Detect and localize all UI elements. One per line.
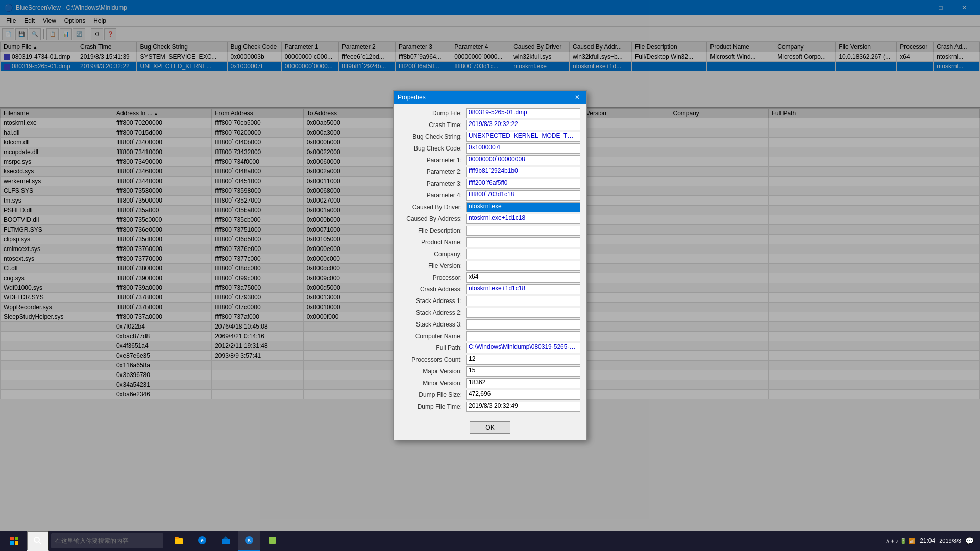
property-row: Crash Time:2019/8/3 20:32:22 [400, 120, 580, 130]
property-label: Processors Count: [400, 356, 466, 363]
svg-rect-3 [15, 541, 18, 545]
property-row: Product Name: [400, 237, 580, 247]
property-label: Bug Check Code: [400, 145, 466, 152]
property-row: Caused By Address:ntoskrnl.exe+1d1c18 [400, 214, 580, 224]
svg-rect-0 [10, 537, 14, 540]
taskbar: e B ∧ ♦ ♪ 🔋 📶 21:04 2019/8/3 💬 [0, 531, 980, 551]
property-row: Dump File Time:2019/8/3 20:32:49 [400, 402, 580, 412]
taskbar-time: 21:04 [920, 537, 935, 544]
property-label: Parameter 1: [400, 157, 466, 164]
property-value[interactable]: 15 [466, 366, 580, 377]
search-button[interactable] [27, 531, 49, 551]
property-value[interactable]: x64 [466, 272, 580, 283]
property-value[interactable]: 2019/8/3 20:32:22 [466, 120, 580, 130]
property-row: Company: [400, 249, 580, 259]
property-label: Stack Address 3: [400, 321, 466, 328]
taskbar-tray-icons: ∧ ♦ ♪ 🔋 📶 [886, 538, 916, 544]
property-row: File Description: [400, 226, 580, 236]
property-row: Caused By Driver:ntoskrnl.exe [400, 202, 580, 212]
property-row: File Version: [400, 261, 580, 271]
property-label: Parameter 3: [400, 180, 466, 187]
property-value[interactable]: ntoskrnl.exe+1d1c18 [466, 214, 580, 224]
property-row: Stack Address 3: [400, 319, 580, 330]
svg-line-5 [39, 542, 41, 544]
svg-marker-11 [223, 536, 228, 539]
property-row: Full Path:C:\Windows\Minidump\080319-526… [400, 343, 580, 353]
property-value[interactable]: ntoskrnl.exe+1d1c18 [466, 284, 580, 294]
property-label: Dump File: [400, 110, 466, 117]
property-label: Full Path: [400, 344, 466, 352]
property-value[interactable]: ffff800`703d1c18 [466, 190, 580, 201]
property-label: File Version: [400, 262, 466, 269]
property-value[interactable]: ffff9b81`2924b1b0 [466, 167, 580, 177]
property-label: Crash Address: [400, 286, 466, 293]
svg-text:B: B [248, 538, 251, 543]
start-button[interactable] [2, 531, 27, 551]
property-label: Parameter 2: [400, 168, 466, 176]
property-value[interactable]: 18362 [466, 378, 580, 388]
property-row: Parameter 2:ffff9b81`2924b1b0 [400, 167, 580, 177]
svg-point-4 [34, 537, 39, 542]
svg-rect-7 [175, 537, 179, 539]
property-value[interactable]: UNEXPECTED_KERNEL_MODE_TRAP [466, 132, 580, 142]
property-label: Crash Time: [400, 121, 466, 129]
taskbar-item-store[interactable] [214, 531, 237, 551]
property-row: Parameter 1:00000000`00000008 [400, 155, 580, 165]
property-row: Processors Count:12 [400, 355, 580, 365]
property-value[interactable]: 472,696 [466, 390, 580, 400]
taskbar-item-edge[interactable]: e [191, 531, 213, 551]
property-row: Parameter 3:ffff200`f6af5ff0 [400, 179, 580, 189]
notification-icon[interactable]: 💬 [965, 537, 974, 545]
property-value[interactable] [466, 249, 580, 259]
ok-button[interactable]: OK [470, 421, 510, 434]
modal-overlay: Properties ✕ Dump File:080319-5265-01.dm… [0, 0, 980, 531]
property-row: Bug Check String:UNEXPECTED_KERNEL_MODE_… [400, 132, 580, 142]
property-value[interactable] [466, 261, 580, 271]
property-row: Stack Address 1: [400, 296, 580, 306]
modal-body: Dump File:080319-5265-01.dmpCrash Time:2… [394, 104, 586, 417]
taskbar-item-file-explorer[interactable] [167, 531, 190, 551]
taskbar-date: 2019/8/3 [939, 538, 961, 544]
property-label: Dump File Size: [400, 391, 466, 398]
property-label: Company: [400, 251, 466, 258]
modal-footer: OK [394, 417, 586, 440]
property-row: Parameter 4:ffff800`703d1c18 [400, 190, 580, 201]
property-value[interactable]: 080319-5265-01.dmp [466, 108, 580, 118]
property-label: Minor Version: [400, 380, 466, 387]
property-value[interactable]: 0x1000007f [466, 143, 580, 154]
taskbar-item-app6[interactable] [261, 531, 284, 551]
property-value[interactable]: C:\Windows\Minidump\080319-5265-01.dmp [466, 343, 580, 353]
property-value[interactable] [466, 308, 580, 318]
property-label: Stack Address 1: [400, 297, 466, 305]
svg-rect-10 [222, 539, 230, 544]
property-value[interactable]: ntoskrnl.exe [466, 202, 580, 212]
property-label: Bug Check String: [400, 133, 466, 140]
property-value[interactable]: ffff200`f6af5ff0 [466, 179, 580, 189]
property-value[interactable] [466, 319, 580, 330]
property-label: Parameter 4: [400, 192, 466, 199]
property-label: Processor: [400, 274, 466, 281]
svg-rect-14 [269, 537, 276, 544]
property-label: Stack Address 2: [400, 309, 466, 316]
property-value[interactable]: 12 [466, 355, 580, 365]
property-value[interactable] [466, 296, 580, 306]
property-row: Dump File:080319-5265-01.dmp [400, 108, 580, 118]
property-value[interactable]: 2019/8/3 20:32:49 [466, 402, 580, 412]
svg-rect-1 [15, 537, 18, 540]
property-value[interactable] [466, 237, 580, 247]
property-value[interactable] [466, 226, 580, 236]
property-value[interactable] [466, 331, 580, 341]
property-row: Computer Name: [400, 331, 580, 341]
property-label: File Description: [400, 227, 466, 234]
property-row: Crash Address:ntoskrnl.exe+1d1c18 [400, 284, 580, 294]
taskbar-search-input[interactable] [51, 533, 163, 548]
modal-title: Properties [398, 94, 426, 101]
property-label: Dump File Time: [400, 403, 466, 410]
modal-close-button[interactable]: ✕ [572, 92, 582, 103]
taskbar-pinned-items: e B [167, 531, 284, 551]
property-row: Processor:x64 [400, 272, 580, 283]
taskbar-item-bsv[interactable]: B [238, 531, 260, 551]
svg-text:e: e [201, 538, 204, 543]
property-value[interactable]: 00000000`00000008 [466, 155, 580, 165]
taskbar-tray: ∧ ♦ ♪ 🔋 📶 21:04 2019/8/3 💬 [886, 537, 978, 545]
